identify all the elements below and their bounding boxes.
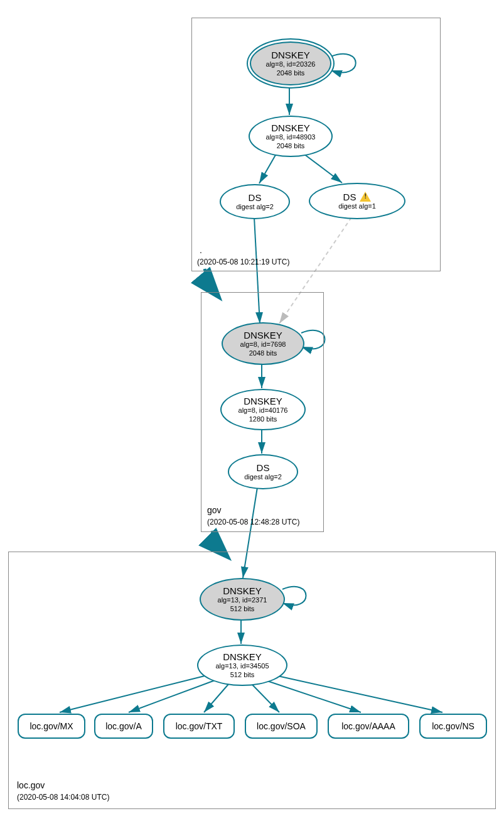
node-sub1: alg=8, id=7698 (240, 340, 286, 349)
node-title: DNSKEY (244, 396, 282, 406)
node-sub2: 1280 bits (249, 415, 277, 423)
node-title: DS (343, 192, 357, 202)
zone-gov-timestamp: (2020-05-08 12:48:28 UTC) (207, 518, 299, 526)
zone-root-label: . (200, 245, 202, 255)
zone-root-timestamp: (2020-05-08 10:21:19 UTC) (197, 258, 289, 266)
node-sub2: 2048 bits (277, 142, 305, 150)
rrset-label: loc.gov/TXT (176, 721, 223, 731)
node-title: DS (257, 462, 270, 473)
rrset-label: loc.gov/MX (29, 721, 73, 731)
zone-locgov-label: loc.gov (17, 780, 45, 790)
zone-locgov-timestamp: (2020-05-08 14:04:08 UTC) (17, 793, 109, 802)
rrset-ns: loc.gov/NS (419, 714, 487, 739)
node-sub1: alg=8, id=20326 (266, 60, 316, 68)
node-gov-zsk: DNSKEY alg=8, id=40176 1280 bits (220, 389, 306, 430)
node-loc-zsk: DNSKEY alg=13, id=34505 512 bits (197, 645, 287, 686)
rrset-mx: loc.gov/MX (18, 714, 85, 739)
node-title: DNSKEY (271, 122, 310, 133)
node-sub1: digest alg=2 (244, 473, 282, 481)
node-sub2: 2048 bits (249, 349, 277, 357)
rrset-label: loc.gov/SOA (257, 721, 306, 731)
rrset-txt: loc.gov/TXT (163, 714, 235, 739)
node-loc-ksk: DNSKEY alg=13, id=2371 512 bits (200, 578, 285, 621)
node-sub2: 2048 bits (277, 69, 305, 77)
node-sub2: 512 bits (230, 671, 255, 679)
rrset-label: loc.gov/AAAA (341, 721, 395, 731)
rrset-aaaa: loc.gov/AAAA (328, 714, 409, 739)
node-sub1: digest alg=1 (338, 202, 376, 210)
node-title: DNSKEY (223, 651, 262, 662)
node-root-ksk: DNSKEY alg=8, id=20326 2048 bits (250, 41, 331, 85)
node-title: DNSKEY (223, 585, 262, 596)
node-sub2: 512 bits (230, 605, 255, 613)
zone-gov-label: gov (207, 505, 222, 515)
node-gov-ksk: DNSKEY alg=8, id=7698 2048 bits (222, 322, 304, 365)
node-sub1: alg=13, id=34505 (215, 662, 269, 670)
rrset-soa: loc.gov/SOA (245, 714, 318, 739)
node-gov-ds: DS digest alg=2 (228, 454, 298, 489)
rrset-label: loc.gov/NS (432, 721, 475, 731)
node-root-zsk: DNSKEY alg=8, id=48903 2048 bits (249, 116, 333, 157)
warning-icon (360, 192, 371, 202)
node-title: DNSKEY (244, 330, 282, 340)
node-root-ds2: DS digest alg=2 (220, 184, 290, 219)
node-sub1: alg=8, id=48903 (266, 133, 316, 141)
node-sub1: alg=13, id=2371 (218, 596, 267, 604)
rrset-a: loc.gov/A (94, 714, 153, 739)
node-root-ds1: DS digest alg=1 (309, 183, 405, 219)
node-sub1: alg=8, id=40176 (239, 406, 288, 415)
node-title: DNSKEY (271, 50, 310, 60)
rrset-label: loc.gov/A (105, 721, 142, 731)
node-sub1: digest alg=2 (236, 203, 274, 211)
node-title: DS (249, 192, 262, 203)
